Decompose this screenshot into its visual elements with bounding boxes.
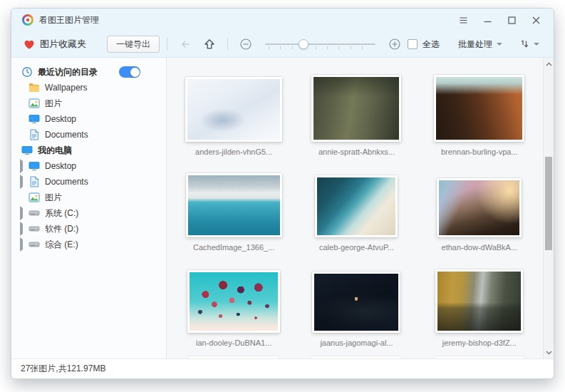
- sidebar-folder-item[interactable]: 图片: [11, 190, 166, 205]
- sidebar-folder-item[interactable]: Wallpapers: [11, 80, 166, 96]
- sidebar-folder-item[interactable]: 系统 (C:): [11, 205, 166, 221]
- favorites-bar: 图片收藏夹 一键导出: [11, 36, 167, 53]
- window-controls: [454, 12, 545, 28]
- expand-caret-icon[interactable]: [20, 237, 23, 252]
- minimize-icon[interactable]: [478, 12, 497, 28]
- recent-folder-list: Wallpapers 图片 Desktop Documents: [11, 80, 166, 143]
- image-filename: annie-spratt-Abnkxs...: [318, 148, 395, 158]
- heart-icon: [24, 39, 35, 50]
- image-filename: ethan-dow-dWaBkA...: [442, 243, 518, 254]
- favorites-label[interactable]: 图片收藏夹: [40, 38, 86, 51]
- scroll-up-icon[interactable]: [544, 58, 554, 69]
- gallery-item[interactable]: jaanus-jagomagi-al...: [295, 254, 418, 349]
- document-icon: [28, 176, 40, 187]
- selection-tools: 全选 批量处理: [408, 38, 554, 51]
- image-filename: caleb-george-AtvuP...: [319, 243, 394, 254]
- app-logo-icon: [22, 14, 33, 26]
- navigation-zoom-group: [179, 36, 401, 52]
- drive-icon: [28, 223, 40, 234]
- gallery-item[interactable]: CachedImage_1366_...: [172, 158, 295, 254]
- gallery-item[interactable]: ethan-dow-dWaBkA...: [418, 158, 541, 254]
- image-thumbnail-partial[interactable]: [435, 356, 524, 359]
- image-thumbnail-partial[interactable]: [311, 356, 401, 359]
- toolbar-divider: [167, 38, 167, 51]
- desktop-icon: [28, 113, 40, 125]
- window-title: 看图王图片管理: [39, 14, 99, 26]
- sort-order-dropdown[interactable]: [519, 39, 539, 49]
- menu-icon[interactable]: [454, 12, 472, 28]
- titlebar[interactable]: 看图王图片管理: [11, 9, 554, 31]
- image-thumbnail[interactable]: [434, 75, 524, 142]
- image-filename: brennan-burling-vpa...: [441, 148, 518, 158]
- up-arrow-icon[interactable]: [203, 38, 216, 51]
- toolbar: 图片收藏夹 一键导出 全选: [11, 31, 554, 58]
- partial-next-row: [167, 356, 554, 359]
- sidebar-folder-item[interactable]: 综合 (E:): [11, 237, 166, 252]
- gallery-item[interactable]: caleb-george-AtvuP...: [295, 158, 418, 254]
- gallery-item[interactable]: brennan-burling-vpa...: [418, 63, 541, 158]
- back-arrow-icon[interactable]: [179, 38, 192, 51]
- pictures-icon: [28, 98, 40, 109]
- drive-icon: [28, 239, 40, 250]
- thumbnail-size-slider[interactable]: [265, 36, 375, 52]
- app-window: 看图王图片管理 图片收藏夹 一键导出: [11, 8, 554, 379]
- gallery-item[interactable]: anders-jilden-vhnG5...: [172, 63, 295, 158]
- sidebar-folder-item[interactable]: Desktop: [11, 111, 166, 127]
- zoom-in-icon[interactable]: [388, 38, 401, 51]
- sidebar-folder-item[interactable]: Documents: [11, 174, 166, 190]
- vertical-scrollbar[interactable]: [543, 58, 554, 359]
- select-all-label[interactable]: 全选: [423, 38, 440, 51]
- image-thumbnail[interactable]: [435, 269, 523, 333]
- batch-process-label: 批量处理: [458, 38, 492, 51]
- select-all-checkbox[interactable]: [408, 39, 418, 49]
- recent-folders-toggle[interactable]: [119, 66, 140, 78]
- image-filename: jeremy-bishop-d3fZ...: [442, 339, 517, 349]
- image-filename: jaanus-jagomagi-al...: [320, 339, 393, 349]
- main-area: 最近访问的目录 Wallpapers 图片 Desktop Documents …: [11, 58, 554, 359]
- image-count-summary: 27张图片,共121.97MB: [21, 363, 105, 375]
- chevron-down-icon: [497, 43, 502, 46]
- image-thumbnail-partial[interactable]: [189, 356, 279, 359]
- folder-tree-sidebar: 最近访问的目录 Wallpapers 图片 Desktop Documents …: [11, 58, 167, 359]
- toolbar-divider: [227, 38, 228, 51]
- image-thumbnail[interactable]: [311, 75, 401, 142]
- sidebar-section-computer[interactable]: 我的电脑: [11, 143, 166, 158]
- sidebar-folder-item[interactable]: Desktop: [11, 158, 166, 174]
- export-button[interactable]: 一键导出: [107, 36, 160, 53]
- scroll-down-icon[interactable]: [544, 347, 554, 358]
- gallery-item[interactable]: annie-spratt-Abnkxs...: [295, 63, 418, 158]
- image-thumbnail[interactable]: [187, 270, 280, 333]
- image-thumbnail[interactable]: [312, 272, 400, 333]
- image-filename: anders-jilden-vhnG5...: [195, 148, 272, 158]
- image-thumbnail[interactable]: [315, 175, 398, 237]
- desktop-icon: [28, 160, 40, 172]
- sidebar-folder-item[interactable]: Documents: [11, 127, 166, 143]
- close-icon[interactable]: [527, 12, 545, 28]
- batch-process-dropdown[interactable]: 批量处理: [458, 38, 502, 51]
- slider-ticks: [269, 46, 373, 49]
- image-thumbnail[interactable]: [186, 173, 282, 237]
- maximize-icon[interactable]: [502, 12, 521, 28]
- zoom-out-icon[interactable]: [239, 38, 252, 51]
- expand-caret-icon[interactable]: [20, 175, 23, 189]
- sidebar-folder-item[interactable]: 软件 (D:): [11, 221, 166, 237]
- image-thumbnail[interactable]: [437, 178, 522, 237]
- image-thumbnail[interactable]: [185, 77, 282, 142]
- folder-icon: [28, 82, 40, 93]
- gallery-item[interactable]: jeremy-bishop-d3fZ...: [418, 254, 541, 349]
- clock-icon: [21, 66, 33, 78]
- drive-icon: [28, 207, 40, 219]
- chevron-down-icon: [534, 43, 539, 46]
- recent-section-label: 最近访问的目录: [38, 66, 98, 78]
- gallery-item[interactable]: ian-dooley-DuBNA1...: [172, 254, 295, 349]
- sidebar-folder-item[interactable]: 图片: [11, 96, 166, 111]
- expand-caret-icon[interactable]: [20, 206, 23, 220]
- slider-track[interactable]: [265, 43, 375, 45]
- thumbnail-view: anders-jilden-vhnG5... annie-spratt-Abnk…: [167, 58, 554, 359]
- statusbar: 27张图片,共121.97MB: [11, 359, 554, 378]
- expand-caret-icon[interactable]: [20, 222, 23, 236]
- sidebar-section-recent[interactable]: 最近访问的目录: [11, 64, 166, 80]
- thumbnail-grid: anders-jilden-vhnG5... annie-spratt-Abnk…: [167, 58, 554, 349]
- scrollbar-thumb[interactable]: [545, 157, 552, 250]
- expand-caret-icon[interactable]: [20, 159, 23, 173]
